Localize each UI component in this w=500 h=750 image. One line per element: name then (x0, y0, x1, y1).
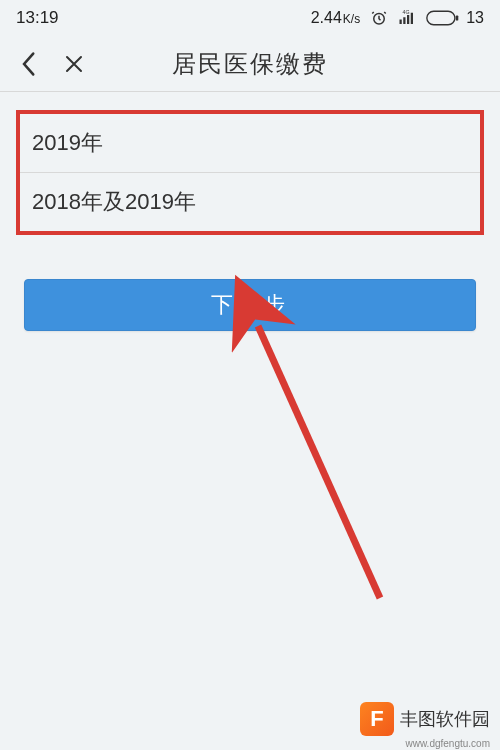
back-button[interactable] (14, 50, 42, 78)
nav-bar: 居民医保缴费 (0, 36, 500, 92)
watermark: F 丰图软件园 (360, 702, 490, 736)
close-button[interactable] (60, 50, 88, 78)
status-bar: 13:19 2.44 K/s 4G 13 (0, 0, 500, 36)
data-rate: 2.44 K/s (311, 9, 360, 27)
year-options-group: 2019年 2018年及2019年 (16, 110, 484, 235)
watermark-url: www.dgfengtu.com (406, 738, 491, 749)
signal-icon: 4G (398, 9, 416, 27)
data-rate-unit: K/s (343, 12, 360, 26)
svg-rect-4 (411, 13, 413, 24)
option-label: 2019年 (32, 130, 103, 155)
svg-rect-7 (456, 15, 459, 20)
watermark-logo-letter: F (370, 706, 383, 732)
svg-rect-6 (427, 11, 455, 25)
alarm-icon (370, 9, 388, 27)
status-indicators: 2.44 K/s 4G 13 (311, 9, 484, 27)
next-button-label: 下一步 (211, 290, 289, 320)
svg-rect-2 (403, 17, 405, 24)
battery-percent: 13 (466, 9, 484, 27)
svg-text:4G: 4G (403, 9, 410, 15)
status-time: 13:19 (16, 8, 59, 28)
option-2018-2019[interactable]: 2018年及2019年 (20, 173, 480, 231)
watermark-text: 丰图软件园 (400, 707, 490, 731)
option-2019[interactable]: 2019年 (20, 114, 480, 173)
battery-icon (426, 10, 460, 26)
svg-rect-3 (407, 15, 409, 24)
watermark-logo: F (360, 702, 394, 736)
option-label: 2018年及2019年 (32, 189, 196, 214)
svg-rect-1 (400, 20, 402, 25)
next-button[interactable]: 下一步 (24, 279, 476, 331)
data-rate-value: 2.44 (311, 9, 342, 27)
page-title: 居民医保缴费 (172, 50, 328, 77)
